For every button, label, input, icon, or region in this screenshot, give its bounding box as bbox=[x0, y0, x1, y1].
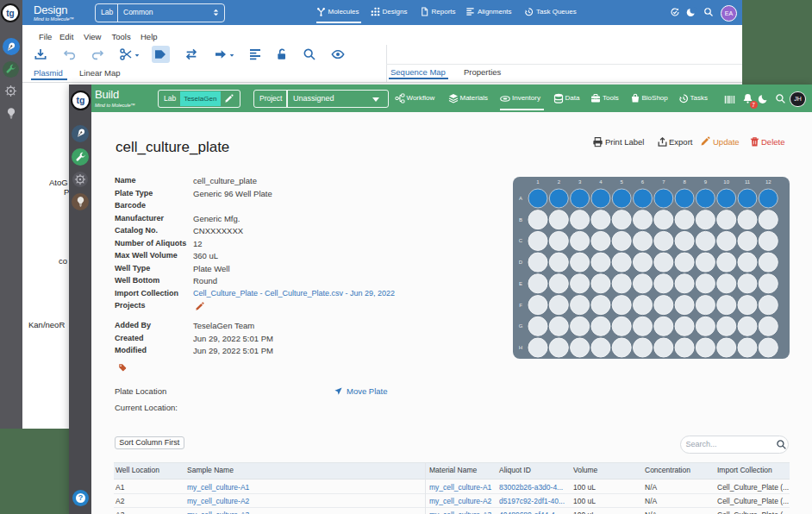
svg-text:D: D bbox=[519, 260, 523, 265]
svg-text:H: H bbox=[519, 345, 522, 350]
svg-text:11: 11 bbox=[745, 179, 751, 185]
svg-text:F: F bbox=[519, 303, 522, 308]
svg-text:10: 10 bbox=[723, 179, 729, 185]
svg-text:12: 12 bbox=[765, 179, 771, 185]
svg-text:C: C bbox=[519, 238, 523, 243]
svg-text:B: B bbox=[519, 217, 522, 223]
svg-text:G: G bbox=[519, 323, 523, 329]
svg-text:E: E bbox=[519, 281, 522, 286]
svg-text:A: A bbox=[519, 196, 522, 201]
